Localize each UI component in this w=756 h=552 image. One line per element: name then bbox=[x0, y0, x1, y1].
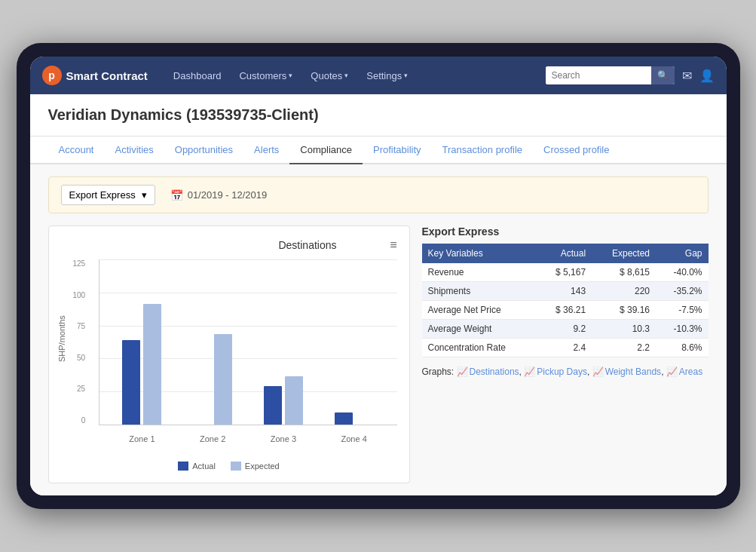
nav-dashboard[interactable]: Dashboard bbox=[166, 66, 229, 86]
bar-zone3-actual bbox=[264, 386, 282, 425]
bar-pair-zone2 bbox=[193, 334, 232, 425]
table-section: Export Express Key Variables Actual Expe… bbox=[422, 225, 709, 483]
chart-icon-areas: 📈 bbox=[666, 366, 678, 377]
cell-key: Concentration Rate bbox=[422, 339, 538, 357]
cell-expected: 2.2 bbox=[592, 339, 656, 357]
cell-actual: 9.2 bbox=[537, 320, 592, 339]
cell-actual: 2.4 bbox=[537, 339, 592, 357]
bar-pair-zone1 bbox=[122, 304, 161, 425]
graphs-row: Graphs: 📈Destinations, 📈Pickup Days, 📈We… bbox=[422, 366, 709, 377]
bar-zone1-expected bbox=[143, 304, 161, 425]
y-label-50: 50 bbox=[73, 354, 86, 362]
nav-quotes[interactable]: Quotes ▾ bbox=[303, 66, 356, 86]
tab-compliance[interactable]: Compliance bbox=[289, 136, 363, 164]
y-axis-label: SHP/months bbox=[57, 315, 66, 362]
chart-icon-pickup: 📈 bbox=[524, 366, 535, 377]
cell-actual: $ 5,167 bbox=[537, 263, 592, 282]
bar-zone1-actual bbox=[122, 340, 140, 425]
chart-menu-icon[interactable]: ≡ bbox=[390, 238, 396, 252]
search-button[interactable]: 🔍 bbox=[651, 66, 675, 84]
col-gap: Gap bbox=[656, 244, 708, 263]
cell-key: Revenue bbox=[422, 263, 538, 282]
table-row: Shipments 143 220 -35.2% bbox=[422, 282, 709, 301]
nav-right: 🔍 ✉ 👤 bbox=[546, 66, 715, 84]
cell-actual: 143 bbox=[537, 282, 592, 301]
brand-name: Smart Contract bbox=[66, 69, 148, 82]
graph-link-weight-bands[interactable]: 📈Weight Bands bbox=[592, 366, 662, 377]
y-label-75: 75 bbox=[73, 322, 86, 330]
chart-wrapper: SHP/months bbox=[61, 259, 397, 455]
table-row: Concentration Rate 2.4 2.2 8.6% bbox=[422, 339, 709, 357]
cell-gap: -35.2% bbox=[656, 282, 708, 301]
legend-actual-box bbox=[178, 462, 188, 471]
page-title: Veridian Dynamics (193539735-Client) bbox=[48, 106, 709, 124]
tab-crossed-profile[interactable]: Crossed profile bbox=[533, 136, 620, 164]
bar-group-zone3 bbox=[264, 376, 303, 425]
cell-gap: -7.5% bbox=[656, 301, 708, 320]
search-input[interactable] bbox=[546, 66, 651, 84]
settings-caret: ▾ bbox=[404, 72, 408, 79]
nav-customers[interactable]: Customers ▾ bbox=[231, 66, 300, 86]
tabs-container: Account Activities Opportunities Alerts … bbox=[30, 136, 727, 164]
tab-account[interactable]: Account bbox=[48, 136, 105, 164]
mail-icon[interactable]: ✉ bbox=[682, 69, 692, 83]
user-icon[interactable]: 👤 bbox=[699, 69, 715, 83]
dropdown-label: Export Express bbox=[69, 189, 136, 201]
chart-icon-weight: 📈 bbox=[592, 366, 604, 377]
nav-settings[interactable]: Settings ▾ bbox=[359, 66, 415, 86]
date-range: 📅 01/2019 - 12/2019 bbox=[170, 189, 268, 201]
chart-legend: Actual Expected bbox=[61, 462, 397, 471]
nav-links: Dashboard Customers ▾ Quotes ▾ Settings … bbox=[166, 66, 537, 86]
tab-transaction-profile[interactable]: Transaction profile bbox=[432, 136, 533, 164]
graph-link-pickup-days[interactable]: 📈Pickup Days bbox=[524, 366, 587, 377]
y-label-100: 100 bbox=[73, 291, 86, 299]
cell-actual: $ 36.21 bbox=[537, 301, 592, 320]
quotes-caret: ▾ bbox=[344, 72, 348, 79]
bar-zone3-expected bbox=[285, 376, 303, 425]
tab-activities[interactable]: Activities bbox=[104, 136, 164, 164]
table-row: Revenue $ 5,167 $ 8,615 -40.0% bbox=[422, 263, 709, 282]
y-label-25: 25 bbox=[73, 385, 86, 393]
col-expected: Expected bbox=[592, 244, 656, 263]
cell-key: Average Weight bbox=[422, 320, 538, 339]
bar-group-zone2 bbox=[193, 334, 232, 425]
content-area: Export Express ▾ 📅 01/2019 - 12/2019 Des… bbox=[30, 164, 727, 495]
x-label-zone1: Zone 1 bbox=[129, 434, 155, 443]
y-label-0: 0 bbox=[73, 416, 86, 425]
bar-group-zone4 bbox=[335, 412, 374, 425]
cell-gap: -10.3% bbox=[656, 320, 708, 339]
screen: p Smart Contract Dashboard Customers ▾ Q… bbox=[30, 57, 727, 495]
col-actual: Actual bbox=[537, 244, 592, 263]
cell-key: Shipments bbox=[422, 282, 538, 301]
tab-profitability[interactable]: Profitability bbox=[363, 136, 432, 164]
cell-expected: 10.3 bbox=[592, 320, 656, 339]
cell-gap: 8.6% bbox=[656, 339, 708, 357]
chart-title: Destinations bbox=[225, 239, 390, 251]
chart-section: Destinations ≡ SHP/months bbox=[48, 225, 410, 483]
export-table-title: Export Express bbox=[422, 225, 709, 238]
table-header-row: Key Variables Actual Expected Gap bbox=[422, 244, 709, 263]
legend-expected-label: Expected bbox=[245, 462, 280, 471]
graph-link-areas[interactable]: 📈Areas bbox=[666, 366, 702, 377]
calendar-icon: 📅 bbox=[170, 189, 183, 201]
export-express-dropdown[interactable]: Export Express ▾ bbox=[61, 185, 155, 205]
table-row: Average Net Price $ 36.21 $ 39.16 -7.5% bbox=[422, 301, 709, 320]
dropdown-caret: ▾ bbox=[142, 189, 147, 201]
cell-key: Average Net Price bbox=[422, 301, 538, 320]
legend-expected: Expected bbox=[231, 462, 280, 471]
cell-expected: $ 8,615 bbox=[592, 263, 656, 282]
customers-caret: ▾ bbox=[289, 72, 292, 79]
brand: p Smart Contract bbox=[42, 66, 148, 85]
col-key-variables: Key Variables bbox=[422, 244, 538, 263]
bars-area bbox=[99, 259, 397, 425]
tab-alerts[interactable]: Alerts bbox=[243, 136, 289, 164]
brand-icon: p bbox=[42, 66, 62, 85]
date-range-text: 01/2019 - 12/2019 bbox=[188, 189, 268, 201]
graph-link-destinations[interactable]: 📈Destinations bbox=[457, 366, 519, 377]
x-label-zone2: Zone 2 bbox=[200, 434, 225, 443]
legend-expected-box bbox=[231, 462, 241, 471]
tab-opportunities[interactable]: Opportunities bbox=[164, 136, 243, 164]
y-label-125: 125 bbox=[73, 259, 86, 268]
search-box: 🔍 bbox=[546, 66, 675, 84]
y-labels: 125 100 75 50 25 0 bbox=[73, 259, 86, 425]
